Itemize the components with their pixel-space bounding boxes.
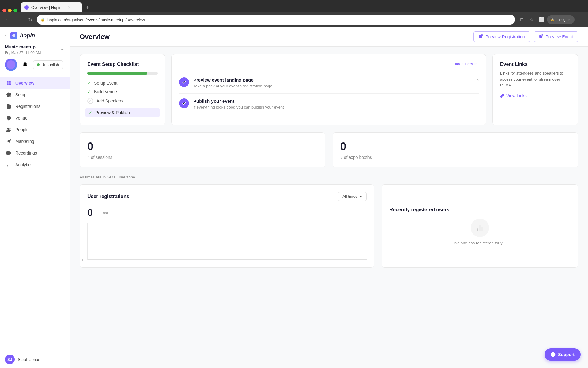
svg-rect-3: [7, 83, 9, 85]
setup-icon: [6, 92, 12, 98]
browser-chrome: Overview | Hopin ✕ + ← → ↻ 🔒 hopin.com/o…: [0, 0, 588, 27]
registrations-icon: [6, 104, 12, 109]
sidebar-navigation: Overview Setup Registrations: [0, 75, 70, 351]
menu-button[interactable]: ⋮: [576, 15, 584, 24]
sidebar-item-analytics[interactable]: Analytics: [0, 159, 70, 171]
tab-close-button[interactable]: ✕: [66, 5, 71, 10]
hide-checklist-button[interactable]: — Hide Checklist: [447, 62, 479, 66]
forward-button[interactable]: →: [15, 15, 23, 24]
url-text: hopin.com/organisers/events/music-meetup…: [47, 17, 145, 22]
stat-card-sessions: 0 # of sessions: [80, 132, 325, 167]
step-content-preview: Preview event landing page Take a peek a…: [193, 77, 473, 88]
svg-marker-10: [10, 152, 11, 154]
sidebar-item-venue[interactable]: Venue: [0, 112, 70, 124]
event-links-desc: Links for attendees and speakers to acce…: [500, 70, 571, 88]
sidebar-event-info: Music meetup Fri, May 27, 11:00 AM ···: [5, 44, 65, 55]
main-body: Event Setup Checklist ✓ Setup Event ✓ Bu…: [70, 47, 588, 368]
chart-filter-button[interactable]: All times ▾: [338, 192, 367, 201]
sidebar-logo: ‹ hopin: [5, 32, 65, 39]
sidebar-item-recordings[interactable]: Recordings: [0, 147, 70, 159]
sidebar-item-label-analytics: Analytics: [15, 162, 32, 167]
unpublish-button[interactable]: Unpublish: [33, 60, 63, 69]
back-button[interactable]: ←: [4, 15, 12, 24]
main-content: Overview Preview Registration Preview Ev…: [70, 27, 588, 368]
chart-title: User registrations: [87, 194, 129, 199]
external-link-icon: [479, 34, 483, 39]
preview-registration-label: Preview Registration: [485, 34, 525, 39]
chart-area: 1: [87, 223, 367, 260]
sidebar-item-label-registrations: Registrations: [15, 104, 40, 109]
notification-bell-icon[interactable]: [20, 60, 30, 70]
checklist-setup-label: Setup Event: [94, 81, 117, 86]
hide-checklist-label: Hide Checklist: [453, 62, 479, 66]
refresh-button[interactable]: ↻: [26, 15, 34, 24]
svg-point-0: [7, 60, 15, 69]
preview-event-button[interactable]: Preview Event: [534, 31, 578, 42]
chart-header: User registrations All times ▾: [87, 192, 367, 201]
empty-chart-icon: [471, 219, 489, 237]
page-title: Overview: [80, 33, 110, 41]
hopin-logo-text: hopin: [20, 33, 35, 39]
back-to-events-button[interactable]: ‹: [5, 33, 6, 38]
new-tab-button[interactable]: +: [83, 4, 92, 12]
svg-rect-4: [9, 83, 11, 85]
avatar-unpublish: Unpublish: [5, 59, 65, 71]
cast-icon[interactable]: ⊟: [518, 15, 526, 24]
checklist-preview-label: Preview & Publish: [95, 110, 130, 115]
sidebar-item-label-overview: Overview: [15, 81, 34, 86]
bookmark-icon[interactable]: ☆: [527, 15, 536, 24]
sidebar-item-setup[interactable]: Setup: [0, 89, 70, 101]
event-options-button[interactable]: ···: [61, 47, 65, 52]
sidebar-item-people[interactable]: People: [0, 124, 70, 136]
checklist-card: Event Setup Checklist ✓ Setup Event ✓ Bu…: [80, 54, 165, 125]
checklist-build-label: Build Venue: [94, 89, 117, 94]
address-bar[interactable]: 🔒 hopin.com/organisers/events/music-meet…: [37, 15, 515, 25]
incognito-label: Incognito: [556, 17, 571, 22]
sidebar-item-overview[interactable]: Overview: [0, 77, 70, 89]
incognito-icon: 🕵: [550, 17, 555, 22]
step-item-preview-landing[interactable]: Preview event landing page Take a peek a…: [179, 72, 479, 94]
browser-toolbar: ← → ↻ 🔒 hopin.com/organisers/events/musi…: [0, 12, 588, 27]
reg-count: 0: [87, 207, 93, 218]
checklist-speakers-label: Add Speakers: [96, 98, 123, 103]
browser-tab-active[interactable]: Overview | Hopin ✕: [21, 2, 82, 12]
check-num-speakers: 3: [87, 98, 93, 104]
svg-rect-2: [9, 81, 11, 83]
preview-registration-button[interactable]: Preview Registration: [473, 31, 530, 42]
checklist-item-setup: ✓ Setup Event: [87, 81, 158, 86]
view-links-label: View Links: [506, 93, 527, 98]
checklist-item-preview[interactable]: ✓ Preview & Publish: [85, 108, 160, 117]
sidebar-header: ‹ hopin Music meetup Fri, May 27, 11:00 …: [0, 27, 70, 75]
empty-text: No one has registered for y...: [454, 241, 506, 245]
sidebar-item-label-setup: Setup: [15, 92, 27, 97]
extension-icon[interactable]: ⬜: [537, 15, 546, 24]
sidebar-item-marketing[interactable]: Marketing: [0, 136, 70, 147]
svg-point-9: [7, 128, 9, 129]
maximize-window-button[interactable]: [13, 9, 17, 12]
check-icon-setup: ✓: [87, 81, 91, 86]
minimize-window-button[interactable]: [8, 9, 12, 12]
svg-rect-11: [7, 151, 10, 154]
sidebar: ‹ hopin Music meetup Fri, May 27, 11:00 …: [0, 27, 70, 368]
check-icon-build: ✓: [87, 89, 91, 94]
browser-tabs: Overview | Hopin ✕ +: [0, 0, 588, 12]
chart-row: User registrations All times ▾ 0 → n/a 1: [80, 184, 578, 268]
stat-card-expo: 0 # of expo booths: [333, 132, 578, 167]
close-window-button[interactable]: [2, 9, 6, 12]
support-label: Support: [558, 352, 575, 357]
external-link-icon-2: [539, 34, 543, 39]
support-button[interactable]: Support: [545, 348, 581, 361]
step-item-publish[interactable]: Publish your event If everything looks g…: [179, 94, 479, 114]
sidebar-footer: SJ Sarah Jonas: [0, 351, 70, 368]
user-avatar: SJ: [5, 355, 15, 364]
sidebar-item-registrations[interactable]: Registrations: [0, 101, 70, 112]
lock-icon: 🔒: [40, 17, 45, 22]
checklist-item-speakers: 3 Add Speakers: [87, 98, 158, 104]
hopin-logo-icon: [10, 32, 17, 39]
event-date: Fri, May 27, 11:00 AM: [5, 51, 41, 55]
steps-card: — Hide Checklist Preview event landing: [172, 54, 486, 125]
view-links-button[interactable]: View Links: [500, 93, 571, 98]
step-desc-publish: If everything looks good you can publish…: [193, 105, 479, 109]
sessions-label: # of sessions: [87, 155, 318, 160]
recent-title: Recently registered users: [389, 207, 449, 213]
